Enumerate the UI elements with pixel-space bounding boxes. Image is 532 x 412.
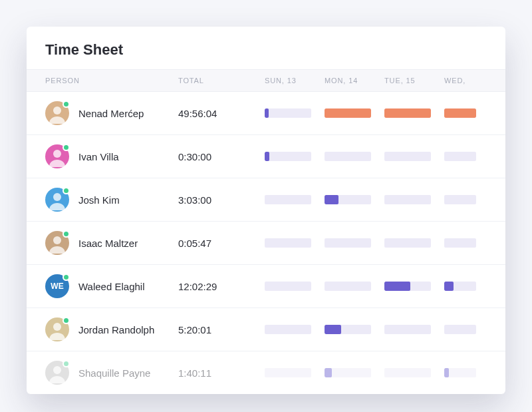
table-row[interactable]: Nenad Merćep49:56:04 <box>27 92 505 135</box>
day-cell[interactable] <box>384 108 444 118</box>
time-bar-track <box>384 368 431 377</box>
avatar[interactable] <box>45 317 69 341</box>
day-cell[interactable] <box>265 282 325 291</box>
avatar[interactable] <box>45 361 69 385</box>
time-bar-track <box>444 108 476 118</box>
time-bar-fill <box>325 368 332 377</box>
day-cell[interactable] <box>325 282 384 291</box>
day-cell[interactable] <box>265 325 325 334</box>
day-cell[interactable] <box>384 282 444 291</box>
time-bar-track <box>325 195 371 204</box>
time-bar-fill <box>384 108 431 118</box>
day-cell[interactable] <box>265 152 325 161</box>
online-badge-icon <box>63 187 70 194</box>
time-bar-fill <box>444 368 449 377</box>
day-cell[interactable] <box>384 325 444 334</box>
day-cell[interactable] <box>325 325 384 334</box>
time-bar-fill <box>265 152 269 161</box>
time-bar-track <box>325 238 371 248</box>
time-bar-track <box>265 108 311 118</box>
day-cell[interactable] <box>325 152 384 161</box>
svg-point-4 <box>53 323 61 331</box>
timesheet-card: Time Sheet PERSON TOTAL SUN, 13 MON, 14 … <box>27 27 505 394</box>
total-value: 5:20:01 <box>178 324 265 335</box>
day-cell[interactable] <box>384 195 444 204</box>
time-bar-track <box>265 195 311 204</box>
day-cell[interactable] <box>444 238 484 248</box>
table-header-row: PERSON TOTAL SUN, 13 MON, 14 TUE, 15 WED… <box>27 69 505 92</box>
time-bar-track <box>384 325 431 334</box>
time-bar-track <box>384 282 431 291</box>
avatar[interactable] <box>45 144 69 168</box>
time-bar-track <box>325 325 371 334</box>
person-cell: Isaac Maltzer <box>45 231 178 255</box>
online-badge-icon <box>63 274 70 281</box>
day-cell[interactable] <box>444 325 484 334</box>
time-bar-track <box>325 108 371 118</box>
page-title: Time Sheet <box>27 27 505 69</box>
person-cell: Ivan Villa <box>45 144 178 168</box>
avatar[interactable] <box>45 231 69 255</box>
svg-point-2 <box>53 193 61 201</box>
col-header-day-1[interactable]: MON, 14 <box>325 77 384 85</box>
online-badge-icon <box>63 101 70 108</box>
avatar[interactable]: WE <box>45 274 69 298</box>
day-cell[interactable] <box>444 152 484 161</box>
time-bar-fill <box>384 282 410 291</box>
person-cell: Josh Kim <box>45 188 178 212</box>
time-bar-track <box>444 325 476 334</box>
day-cell[interactable] <box>325 368 384 377</box>
table-row[interactable]: Ivan Villa0:30:00 <box>27 135 505 178</box>
time-bar-track <box>444 152 476 161</box>
total-value: 0:05:47 <box>178 238 265 249</box>
day-cell[interactable] <box>265 195 325 204</box>
day-cell[interactable] <box>444 195 484 204</box>
total-value: 0:30:00 <box>178 151 265 162</box>
time-bar-fill <box>265 108 269 118</box>
table-row[interactable]: WEWaleed Elaghil12:02:29 <box>27 265 505 308</box>
day-cell[interactable] <box>265 108 325 118</box>
time-bar-fill <box>325 325 341 334</box>
time-bar-track <box>265 282 311 291</box>
day-cell[interactable] <box>384 238 444 248</box>
day-cell[interactable] <box>444 368 484 377</box>
person-cell: Shaquille Payne <box>45 361 178 385</box>
day-cell[interactable] <box>384 152 444 161</box>
time-bar-fill <box>325 195 338 204</box>
table-row[interactable]: Shaquille Payne1:40:11 <box>27 351 505 394</box>
online-badge-icon <box>63 360 70 367</box>
person-cell: WEWaleed Elaghil <box>45 274 178 298</box>
table-row[interactable]: Josh Kim3:03:00 <box>27 178 505 222</box>
time-bar-track <box>384 238 431 248</box>
time-bar-fill <box>444 108 476 118</box>
table-row[interactable]: Jordan Randolph5:20:01 <box>27 308 505 351</box>
avatar-initials: WE <box>51 282 63 291</box>
time-bar-track <box>265 368 311 377</box>
total-value: 12:02:29 <box>178 281 265 292</box>
table-row[interactable]: Isaac Maltzer0:05:47 <box>27 222 505 265</box>
day-cell[interactable] <box>325 238 384 248</box>
day-cell[interactable] <box>444 108 484 118</box>
day-cell[interactable] <box>265 238 325 248</box>
time-bar-track <box>444 195 476 204</box>
col-header-day-0[interactable]: SUN, 13 <box>265 77 325 85</box>
time-bar-track <box>265 238 311 248</box>
day-cell[interactable] <box>444 282 484 291</box>
col-header-day-3[interactable]: WED, <box>444 77 484 85</box>
time-bar-track <box>384 152 431 161</box>
time-bar-fill <box>444 282 454 291</box>
online-badge-icon <box>63 317 70 324</box>
avatar[interactable] <box>45 101 69 125</box>
person-name: Shaquille Payne <box>78 367 150 379</box>
avatar[interactable] <box>45 188 69 212</box>
day-cell[interactable] <box>325 195 384 204</box>
person-name: Josh Kim <box>78 194 120 206</box>
day-cell[interactable] <box>265 368 325 377</box>
svg-point-5 <box>53 366 61 374</box>
day-cell[interactable] <box>325 108 384 118</box>
svg-point-1 <box>53 150 61 158</box>
time-bar-fill <box>325 108 371 118</box>
online-badge-icon <box>63 230 70 238</box>
col-header-day-2[interactable]: TUE, 15 <box>384 77 444 85</box>
day-cell[interactable] <box>384 368 444 377</box>
